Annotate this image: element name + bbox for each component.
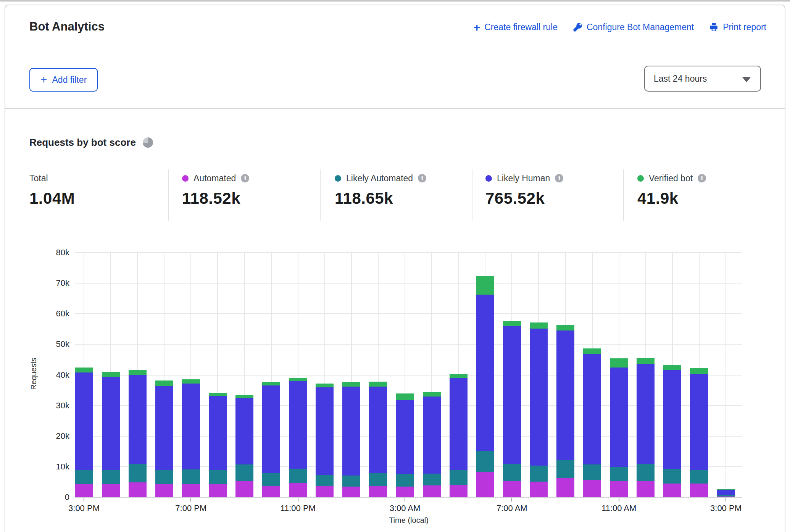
- bar-likely_human[interactable]: [75, 372, 93, 470]
- bar-likely_human[interactable]: [717, 490, 735, 495]
- print-report-link[interactable]: Print report: [709, 22, 766, 32]
- time-range-select[interactable]: Last 24 hours: [644, 66, 761, 92]
- bar-verified_bot[interactable]: [129, 370, 147, 374]
- bar-likely_human[interactable]: [610, 368, 628, 467]
- bar-verified_bot[interactable]: [155, 380, 173, 386]
- bar-likely_human[interactable]: [637, 364, 655, 464]
- bar-verified_bot[interactable]: [235, 395, 253, 398]
- bar-automated[interactable]: [155, 484, 173, 497]
- bar-likely_human[interactable]: [503, 326, 521, 464]
- configure-bot-management-link[interactable]: Configure Bot Management: [573, 22, 694, 32]
- bar-likely_automated[interactable]: [476, 451, 494, 472]
- bar-likely_automated[interactable]: [610, 467, 628, 481]
- bar-likely_automated[interactable]: [209, 470, 227, 484]
- bar-likely_human[interactable]: [690, 374, 708, 470]
- bar-likely_automated[interactable]: [369, 473, 387, 486]
- bar-verified_bot[interactable]: [316, 384, 334, 387]
- bar-likely_human[interactable]: [583, 354, 601, 464]
- bar-likely_automated[interactable]: [503, 464, 521, 481]
- bar-verified_bot[interactable]: [262, 382, 280, 385]
- bar-automated[interactable]: [369, 486, 387, 497]
- bar-automated[interactable]: [316, 486, 334, 497]
- bar-likely_automated[interactable]: [423, 474, 441, 485]
- bar-likely_human[interactable]: [235, 398, 253, 464]
- add-filter-button[interactable]: + Add filter: [29, 68, 98, 92]
- bar-automated[interactable]: [556, 478, 574, 497]
- bar-automated[interactable]: [262, 486, 280, 497]
- bar-likely_human[interactable]: [450, 378, 468, 470]
- bar-verified_bot[interactable]: [663, 365, 681, 370]
- bar-likely_automated[interactable]: [450, 470, 468, 485]
- bar-automated[interactable]: [663, 484, 681, 497]
- info-icon[interactable]: i: [698, 174, 706, 182]
- bar-likely_automated[interactable]: [155, 470, 173, 485]
- bar-likely_human[interactable]: [423, 397, 441, 474]
- bar-likely_human[interactable]: [262, 385, 280, 473]
- bar-automated[interactable]: [235, 481, 253, 497]
- bar-likely_automated[interactable]: [235, 464, 253, 481]
- bar-automated[interactable]: [717, 497, 735, 497]
- bar-verified_bot[interactable]: [610, 358, 628, 368]
- bar-verified_bot[interactable]: [717, 489, 735, 490]
- bar-likely_human[interactable]: [663, 370, 681, 469]
- bar-likely_automated[interactable]: [182, 469, 200, 484]
- bar-likely_automated[interactable]: [690, 470, 708, 484]
- bar-automated[interactable]: [637, 481, 655, 497]
- bar-likely_human[interactable]: [530, 329, 548, 466]
- bar-automated[interactable]: [503, 481, 521, 497]
- bar-verified_bot[interactable]: [637, 358, 655, 364]
- bar-likely_human[interactable]: [556, 330, 574, 460]
- bar-likely_automated[interactable]: [289, 469, 307, 483]
- bar-verified_bot[interactable]: [342, 382, 360, 387]
- bar-likely_human[interactable]: [102, 377, 120, 470]
- bar-likely_automated[interactable]: [583, 464, 601, 480]
- bar-automated[interactable]: [476, 472, 494, 497]
- bar-automated[interactable]: [289, 483, 307, 497]
- bar-likely_human[interactable]: [396, 400, 414, 474]
- info-icon[interactable]: i: [555, 174, 563, 182]
- info-icon[interactable]: i: [418, 174, 426, 182]
- bar-verified_bot[interactable]: [102, 372, 120, 376]
- bar-verified_bot[interactable]: [289, 378, 307, 381]
- bar-verified_bot[interactable]: [450, 374, 468, 378]
- bar-likely_automated[interactable]: [129, 464, 147, 482]
- bar-verified_bot[interactable]: [209, 393, 227, 396]
- bar-likely_human[interactable]: [209, 396, 227, 471]
- bar-likely_automated[interactable]: [262, 473, 280, 486]
- bar-likely_automated[interactable]: [556, 460, 574, 478]
- bar-likely_automated[interactable]: [75, 470, 93, 484]
- bar-verified_bot[interactable]: [503, 321, 521, 326]
- bar-likely_human[interactable]: [369, 387, 387, 473]
- bar-likely_human[interactable]: [476, 295, 494, 451]
- bar-automated[interactable]: [450, 485, 468, 497]
- bar-verified_bot[interactable]: [530, 322, 548, 329]
- bar-verified_bot[interactable]: [182, 379, 200, 384]
- bar-verified_bot[interactable]: [423, 392, 441, 397]
- bar-likely_automated[interactable]: [342, 476, 360, 487]
- bar-automated[interactable]: [342, 487, 360, 497]
- bar-likely_automated[interactable]: [530, 466, 548, 482]
- bar-verified_bot[interactable]: [369, 382, 387, 387]
- bar-automated[interactable]: [610, 481, 628, 497]
- bar-automated[interactable]: [690, 484, 708, 497]
- bar-automated[interactable]: [583, 480, 601, 497]
- bar-likely_human[interactable]: [129, 375, 147, 464]
- bar-verified_bot[interactable]: [690, 368, 708, 374]
- bar-verified_bot[interactable]: [396, 393, 414, 400]
- bar-verified_bot[interactable]: [556, 325, 574, 330]
- create-firewall-rule-link[interactable]: + Create firewall rule: [474, 22, 558, 32]
- bar-likely_automated[interactable]: [637, 464, 655, 481]
- bar-verified_bot[interactable]: [476, 276, 494, 294]
- bar-likely_automated[interactable]: [396, 474, 414, 487]
- bar-likely_automated[interactable]: [102, 470, 120, 484]
- bar-verified_bot[interactable]: [583, 348, 601, 354]
- bar-likely_human[interactable]: [155, 386, 173, 470]
- bar-likely_automated[interactable]: [316, 475, 334, 486]
- bar-automated[interactable]: [209, 484, 227, 497]
- bar-likely_human[interactable]: [182, 384, 200, 469]
- bar-verified_bot[interactable]: [75, 368, 93, 372]
- bar-automated[interactable]: [423, 485, 441, 497]
- bar-likely_automated[interactable]: [663, 469, 681, 484]
- bar-likely_human[interactable]: [289, 381, 307, 469]
- bar-automated[interactable]: [75, 484, 93, 497]
